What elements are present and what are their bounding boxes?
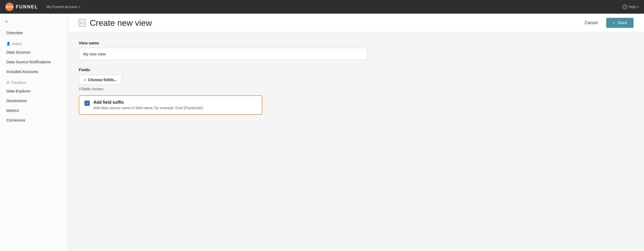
sidebar-collapse-button[interactable]: « xyxy=(0,18,68,28)
page-header: ← Create new view Cancel ✓ Save xyxy=(68,14,644,32)
page-header-left: ← Create new view xyxy=(79,18,152,28)
save-button[interactable]: ✓ Save xyxy=(606,18,634,28)
content-area: ← Create new view Cancel ✓ Save View nam… xyxy=(68,14,644,251)
sidebar-section-import: 👤 Import xyxy=(0,38,68,47)
logo-icon xyxy=(5,3,14,11)
account-chevron-icon: ▾ xyxy=(79,6,80,8)
view-name-input[interactable] xyxy=(79,48,367,60)
sidebar-item-data-sources[interactable]: Data Sources xyxy=(0,47,68,57)
import-icon: 👤 xyxy=(6,42,10,46)
sidebar-section-transform: ⚙ Transform xyxy=(0,76,68,86)
logo-dots xyxy=(6,6,13,8)
top-navigation: FUNNEL My Funnel account ▾ ? Help ▾ xyxy=(0,0,644,14)
back-button[interactable]: ← xyxy=(79,19,86,27)
checkbox-check-icon: ✓ xyxy=(86,102,89,105)
sidebar-item-metrics-label: Metrics xyxy=(6,108,19,113)
logo-text: FUNNEL xyxy=(16,4,38,10)
help-chevron-icon: ▾ xyxy=(637,6,639,8)
choose-fields-button[interactable]: ≡ Choose fields... xyxy=(79,75,122,85)
account-label: My Funnel account xyxy=(46,5,77,9)
logo-dot-2 xyxy=(9,6,10,8)
field-suffix-checkbox[interactable]: ✓ xyxy=(85,101,90,106)
collapse-icon: « xyxy=(5,19,8,24)
sidebar-item-overview[interactable]: Overview xyxy=(0,28,68,38)
help-circle-icon: ? xyxy=(622,4,627,9)
sidebar-item-data-explorer-label: Data Explorer xyxy=(6,89,30,93)
page-title: Create new view xyxy=(90,18,152,28)
choose-fields-label: Choose fields... xyxy=(88,77,117,82)
import-section-label: Import xyxy=(12,42,22,46)
sidebar-item-included-accounts[interactable]: Included Accounts xyxy=(0,67,68,76)
main-layout: « Overview 👤 Import Data Sources Data So… xyxy=(0,14,644,251)
fields-chosen-text: 3 fields chosen. xyxy=(79,87,373,91)
field-suffix-description: Add data source name to field name, for … xyxy=(93,106,203,110)
page-header-right: Cancel ✓ Save xyxy=(580,18,634,28)
sidebar-item-overview-label: Overview xyxy=(6,30,23,35)
account-selector[interactable]: My Funnel account ▾ xyxy=(46,5,80,9)
view-name-label: View name xyxy=(79,41,373,45)
sidebar-item-dimensions-label: Dimensions xyxy=(6,98,27,103)
fields-label: Fields xyxy=(79,67,373,72)
save-check-icon: ✓ xyxy=(613,21,616,25)
logo-dot-3 xyxy=(11,6,13,8)
fields-section: Fields ≡ Choose fields... 3 fields chose… xyxy=(79,67,373,115)
topnav-right: ? Help ▾ xyxy=(622,4,639,9)
sidebar-item-metrics[interactable]: Metrics xyxy=(0,106,68,115)
cancel-button[interactable]: Cancel xyxy=(580,18,602,27)
form-content: View name Fields ≡ Choose fields... 3 fi… xyxy=(68,32,383,130)
sidebar-item-data-source-notifications-label: Data Source Notifications xyxy=(6,60,51,64)
help-button[interactable]: ? Help ▾ xyxy=(622,4,639,9)
sidebar-item-dimensions[interactable]: Dimensions xyxy=(0,96,68,106)
field-suffix-text: Add field suffix Add data source name to… xyxy=(93,100,203,110)
gear-icon: ⚙ xyxy=(6,81,9,85)
logo-dot-1 xyxy=(6,6,8,8)
field-suffix-title: Add field suffix xyxy=(93,100,203,105)
sidebar-item-data-sources-label: Data Sources xyxy=(6,50,30,54)
sidebar: « Overview 👤 Import Data Sources Data So… xyxy=(0,14,68,251)
sidebar-item-included-accounts-label: Included Accounts xyxy=(6,69,38,74)
logo: FUNNEL xyxy=(5,3,38,11)
sidebar-item-data-explorer[interactable]: Data Explorer xyxy=(0,86,68,96)
sidebar-item-currencies-label: Currencies xyxy=(6,118,25,122)
list-icon: ≡ xyxy=(84,78,86,82)
sidebar-item-currencies[interactable]: Currencies xyxy=(0,115,68,125)
view-name-section: View name xyxy=(79,41,373,60)
topnav-left: FUNNEL My Funnel account ▾ xyxy=(5,3,80,11)
transform-section-label: Transform xyxy=(11,81,27,85)
sidebar-item-data-source-notifications[interactable]: Data Source Notifications xyxy=(0,57,68,67)
save-label: Save xyxy=(618,20,627,25)
help-label: Help xyxy=(629,5,636,9)
field-suffix-card: ✓ Add field suffix Add data source name … xyxy=(79,95,262,115)
